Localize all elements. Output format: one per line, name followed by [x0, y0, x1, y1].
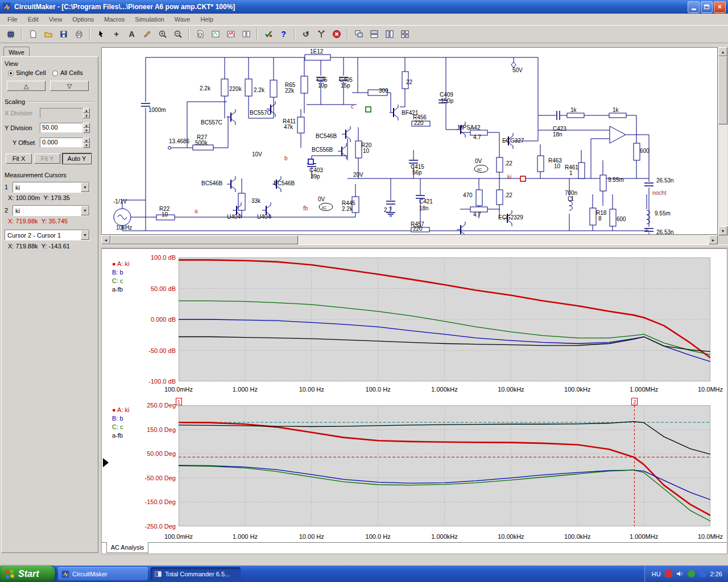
new-file-button[interactable] — [26, 27, 40, 41]
split-view-button[interactable] — [239, 27, 253, 41]
cascade-windows-button[interactable] — [351, 27, 366, 41]
measurement-cursors-caption: Measurement Cursors — [5, 172, 67, 178]
restore-button[interactable] — [701, 1, 713, 13]
x-tick-label: 10.00 Hz — [299, 386, 324, 393]
menu-view[interactable]: View — [44, 15, 68, 24]
fit-x-button[interactable]: Fit X — [6, 153, 32, 164]
scroll-up-arrow-icon[interactable]: ▲ — [718, 47, 727, 56]
arrange-windows-button[interactable] — [398, 27, 412, 41]
x-tick-label: 100.0 Hz — [366, 533, 391, 540]
stop-simulation-button[interactable] — [329, 27, 344, 41]
menu-options[interactable]: Options — [67, 15, 99, 24]
x-tick-label: 100.0kHz — [564, 533, 590, 540]
scroll-up-button[interactable]: △ — [7, 81, 46, 91]
cursor-1-channel-select[interactable]: ki▼ — [13, 182, 90, 193]
start-button[interactable]: Start — [0, 566, 55, 582]
zoom-out-tool-button[interactable] — [171, 27, 185, 41]
check-tool-button[interactable] — [261, 27, 275, 41]
stop-icon — [332, 30, 341, 39]
tile-horizontal-button[interactable] — [367, 27, 381, 41]
wire-tool-button[interactable]: + — [109, 27, 123, 41]
zoom-in-tool-button[interactable] — [155, 27, 169, 41]
probe-tool-button[interactable] — [314, 27, 328, 41]
print-button[interactable] — [72, 27, 86, 41]
magnitude-plot[interactable] — [179, 257, 710, 381]
y-offset-field[interactable]: 0.000 — [40, 138, 83, 148]
toolbar-separator — [188, 28, 189, 40]
waveform-window-button[interactable] — [208, 27, 222, 41]
schematic-label: .IC — [321, 205, 326, 210]
parts-bin-icon — [6, 30, 15, 39]
y-offset-label: Y Offset — [13, 139, 35, 146]
cursor-marker-2[interactable]: 2 — [631, 398, 638, 405]
cursor-diff-select[interactable]: Cursor 2 - Cursor 1▼ — [5, 230, 90, 240]
chevron-down-icon: ▼ — [81, 182, 89, 192]
collapse-arrow-icon[interactable] — [103, 458, 113, 467]
cursor-1-index: 1 — [5, 184, 8, 190]
antivirus-icon[interactable] — [665, 570, 672, 577]
menu-edit[interactable]: Edit — [23, 15, 44, 24]
parts-bin-button[interactable] — [3, 27, 18, 41]
cursor-marker-1[interactable]: 1 — [176, 398, 182, 405]
cursor-2-readout: X: 719.88k Y: 35.745 — [8, 218, 68, 225]
phase-plot[interactable] — [179, 405, 710, 526]
hscroll-thumb[interactable] — [110, 235, 298, 244]
schematic-label: C409 — [440, 92, 453, 98]
radio-all-cells[interactable]: All Cells — [52, 69, 83, 76]
tile-vertical-button[interactable] — [382, 27, 396, 41]
edit-tool-button[interactable] — [140, 27, 154, 41]
taskbar-item-total-commander[interactable]: Total Commander 6.5... — [151, 567, 241, 580]
y-tick-label: -150.0 Deg — [140, 498, 176, 505]
meter-window-button[interactable] — [224, 27, 238, 41]
page-zoom-button[interactable] — [193, 27, 207, 41]
schematic-hscrollbar[interactable]: ◄ ► — [101, 235, 718, 244]
auto-y-button[interactable]: Auto Y — [63, 153, 91, 164]
scroll-right-arrow-icon[interactable]: ► — [709, 235, 718, 244]
save-file-button[interactable] — [56, 27, 71, 41]
scroll-left-arrow-icon[interactable]: ◄ — [101, 235, 110, 244]
pane-splitter[interactable] — [101, 244, 727, 248]
open-file-button[interactable] — [41, 27, 55, 41]
schematic-label: 1 — [569, 170, 573, 176]
menu-simulation[interactable]: Simulation — [130, 15, 169, 24]
language-indicator[interactable]: HU — [652, 571, 661, 577]
menu-help[interactable]: Help — [195, 15, 218, 24]
y-offset-spinner[interactable]: ▲▼ — [83, 138, 90, 148]
taskbar-item-circuitmaker[interactable]: CircuitMaker — [58, 567, 148, 580]
schematic-label: 600 — [640, 148, 650, 154]
cursor-2-channel-select[interactable]: ki▼ — [13, 205, 90, 216]
schematic-canvas[interactable]: 1E1250VC2510pC40515p22300C409150p2.2k220… — [101, 47, 718, 235]
minimize-button[interactable] — [688, 1, 700, 13]
vscroll-thumb[interactable] — [718, 56, 727, 124]
reset-button[interactable]: ↺ — [299, 27, 313, 41]
fit-y-button[interactable]: Fit Y — [34, 153, 60, 164]
radio-single-cell[interactable]: Single Cell — [8, 69, 46, 76]
schematic-label: fb — [303, 205, 308, 211]
text-tool-button[interactable]: A — [125, 27, 139, 41]
help-button[interactable]: ? — [276, 27, 291, 41]
schematic-label: BC556B — [312, 147, 333, 153]
chevron-down-icon: ▼ — [81, 230, 89, 240]
cursor-1-channel-value: ki — [15, 184, 20, 191]
network-icon[interactable] — [699, 570, 706, 577]
y-division-field[interactable]: 50.00 — [40, 123, 83, 133]
x-division-spinner[interactable]: ▲▼ — [83, 108, 90, 118]
schematic-label: BC557C — [250, 110, 271, 116]
status-icon[interactable] — [688, 570, 695, 577]
schematic-vscrollbar[interactable]: ▲ ▼ — [718, 47, 727, 235]
schematic-label: 1000m — [148, 107, 166, 113]
menu-file[interactable]: File — [2, 15, 23, 24]
legend-item-cc: C: c — [112, 277, 123, 284]
menu-macros[interactable]: Macros — [99, 15, 130, 24]
tab-ac-analysis[interactable]: AC Analysis — [106, 542, 148, 553]
y-division-spinner[interactable]: ▲▼ — [83, 123, 90, 133]
volume-icon[interactable] — [676, 570, 684, 577]
scroll-down-arrow-icon[interactable]: ▼ — [718, 226, 727, 235]
close-button[interactable]: × — [714, 1, 726, 13]
tab-wave[interactable]: Wave — [3, 47, 30, 57]
x-tick-label: 1.000MHz — [630, 533, 658, 540]
arrow-tool-button[interactable] — [94, 27, 108, 41]
menu-wave[interactable]: Wave — [169, 15, 196, 24]
cursor-2-channel-value: ki — [15, 207, 20, 214]
scroll-down-button[interactable]: ▽ — [50, 81, 89, 91]
